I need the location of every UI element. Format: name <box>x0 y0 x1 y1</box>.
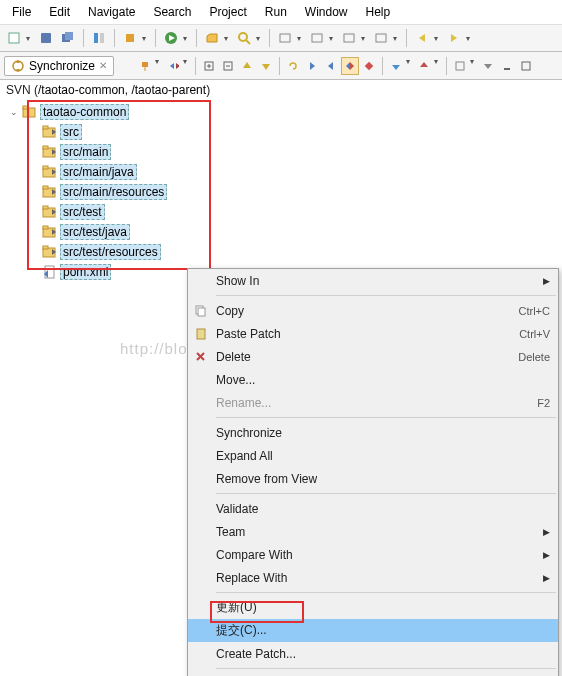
tree-item[interactable]: src/main/resources <box>0 182 562 202</box>
dropdown-icon[interactable]: ▾ <box>183 57 191 75</box>
dropdown-icon[interactable]: ▾ <box>466 34 474 43</box>
menu-edit[interactable]: Edit <box>41 2 78 22</box>
nav4-icon[interactable] <box>371 28 391 48</box>
tree-root[interactable]: ⌄ taotao-common <box>0 102 562 122</box>
dropdown-icon[interactable]: ▾ <box>470 57 478 75</box>
ctx-update[interactable]: 更新(U) <box>188 596 558 619</box>
ctx-validate[interactable]: Validate <box>188 497 558 520</box>
conflict-icon[interactable] <box>360 57 378 75</box>
ctx-show-in[interactable]: Show In▶ <box>188 269 558 292</box>
back-icon[interactable] <box>412 28 432 48</box>
path-link-1[interactable]: /taotao-common <box>38 83 125 97</box>
ctx-commit[interactable]: 提交(C)... <box>188 619 558 642</box>
view-tabbar: Synchronize ✕ ▾ ▾ ▾ ▾ ▾ <box>0 52 562 80</box>
nav2-icon[interactable] <box>307 28 327 48</box>
nav3-icon[interactable] <box>339 28 359 48</box>
menubar: File Edit Navigate Search Project Run Wi… <box>0 0 562 24</box>
menu-project[interactable]: Project <box>201 2 254 22</box>
layout-icon[interactable] <box>451 57 469 75</box>
tree-item[interactable]: src/test <box>0 202 562 222</box>
tree-label: src/main <box>60 144 111 160</box>
ctx-create-patch[interactable]: Create Patch... <box>188 642 558 665</box>
dropdown-icon[interactable]: ▾ <box>406 57 414 75</box>
dropdown-icon[interactable]: ▾ <box>26 34 34 43</box>
svg-marker-31 <box>310 62 315 70</box>
tab-synchronize[interactable]: Synchronize ✕ <box>4 56 114 76</box>
tree-item[interactable]: src <box>0 122 562 142</box>
shortcut: Ctrl+V <box>519 328 550 340</box>
ctx-expand-all[interactable]: Expand All <box>188 444 558 467</box>
mode1-icon[interactable] <box>303 57 321 75</box>
update-btn-icon[interactable] <box>387 57 405 75</box>
save-icon[interactable] <box>36 28 56 48</box>
dropdown-icon[interactable]: ▾ <box>142 34 150 43</box>
collapse-icon[interactable] <box>219 57 237 75</box>
submenu-arrow-icon: ▶ <box>543 550 550 560</box>
svg-marker-37 <box>420 62 428 67</box>
forward-icon[interactable] <box>444 28 464 48</box>
dropdown-icon[interactable]: ▾ <box>329 34 337 43</box>
ctx-replace-with[interactable]: Replace With▶ <box>188 566 558 589</box>
commit-btn-icon[interactable] <box>415 57 433 75</box>
ctx-delete[interactable]: DeleteDelete <box>188 345 558 368</box>
menu-window[interactable]: Window <box>297 2 356 22</box>
menu-navigate[interactable]: Navigate <box>80 2 143 22</box>
minimize-icon[interactable] <box>498 57 516 75</box>
dropdown-icon[interactable]: ▾ <box>155 57 163 75</box>
down-icon[interactable] <box>257 57 275 75</box>
mode2-icon[interactable] <box>322 57 340 75</box>
svg-marker-36 <box>392 65 400 70</box>
dropdown-icon[interactable]: ▾ <box>434 57 442 75</box>
shortcut: Delete <box>518 351 550 363</box>
dropdown-icon[interactable]: ▾ <box>224 34 232 43</box>
ctx-compare-with[interactable]: Compare With▶ <box>188 543 558 566</box>
project-icon <box>22 105 38 119</box>
up-icon[interactable] <box>238 57 256 75</box>
dropdown-icon[interactable]: ▾ <box>434 34 442 43</box>
ctx-remove-from-view[interactable]: Remove from View <box>188 467 558 490</box>
ctx-rename[interactable]: Rename...F2 <box>188 391 558 414</box>
tree-item[interactable]: src/test/resources <box>0 242 562 262</box>
menu-run[interactable]: Run <box>257 2 295 22</box>
refresh-icon[interactable] <box>284 57 302 75</box>
close-icon[interactable]: ✕ <box>99 60 107 71</box>
saveall-icon[interactable] <box>58 28 78 48</box>
path-link-2[interactable]: /taotao-parent <box>131 83 206 97</box>
menu-help[interactable]: Help <box>358 2 399 22</box>
dropdown-icon[interactable]: ▾ <box>297 34 305 43</box>
new-icon[interactable] <box>4 28 24 48</box>
nav1-icon[interactable] <box>275 28 295 48</box>
tree-item[interactable]: src/test/java <box>0 222 562 242</box>
svg-rect-14 <box>376 34 386 42</box>
dropdown-icon[interactable]: ▾ <box>183 34 191 43</box>
maximize-icon[interactable] <box>517 57 535 75</box>
sync-icon[interactable] <box>164 57 182 75</box>
run-icon[interactable] <box>161 28 181 48</box>
ctx-synchronize[interactable]: Synchronize <box>188 421 558 444</box>
ctx-paste-patch[interactable]: Paste PatchCtrl+V <box>188 322 558 345</box>
toggle-icon[interactable] <box>89 28 109 48</box>
svg-rect-57 <box>43 206 48 209</box>
dropdown-icon[interactable]: ▾ <box>256 34 264 43</box>
open-icon[interactable] <box>202 28 222 48</box>
menu-icon[interactable] <box>479 57 497 75</box>
ctx-team[interactable]: Team▶ <box>188 520 558 543</box>
ctx-move[interactable]: Move... <box>188 368 558 391</box>
menu-file[interactable]: File <box>4 2 39 22</box>
dropdown-icon[interactable]: ▾ <box>393 34 401 43</box>
separator <box>216 592 556 593</box>
menu-search[interactable]: Search <box>145 2 199 22</box>
ctx-copy[interactable]: CopyCtrl+C <box>188 299 558 322</box>
tree-item[interactable]: src/main/java <box>0 162 562 182</box>
mode3-icon[interactable] <box>341 57 359 75</box>
build-icon[interactable] <box>120 28 140 48</box>
dropdown-icon[interactable]: ▾ <box>361 34 369 43</box>
expand-icon[interactable] <box>200 57 218 75</box>
pin-icon[interactable] <box>136 57 154 75</box>
expander-icon[interactable]: ⌄ <box>8 107 20 117</box>
svg-rect-43 <box>23 106 28 109</box>
search-icon[interactable] <box>234 28 254 48</box>
ctx-override-update[interactable]: 覆盖 / 更新(V) <box>188 672 558 676</box>
tree-item[interactable]: src/main <box>0 142 562 162</box>
context-menu: Show In▶ CopyCtrl+C Paste PatchCtrl+V De… <box>187 268 559 676</box>
